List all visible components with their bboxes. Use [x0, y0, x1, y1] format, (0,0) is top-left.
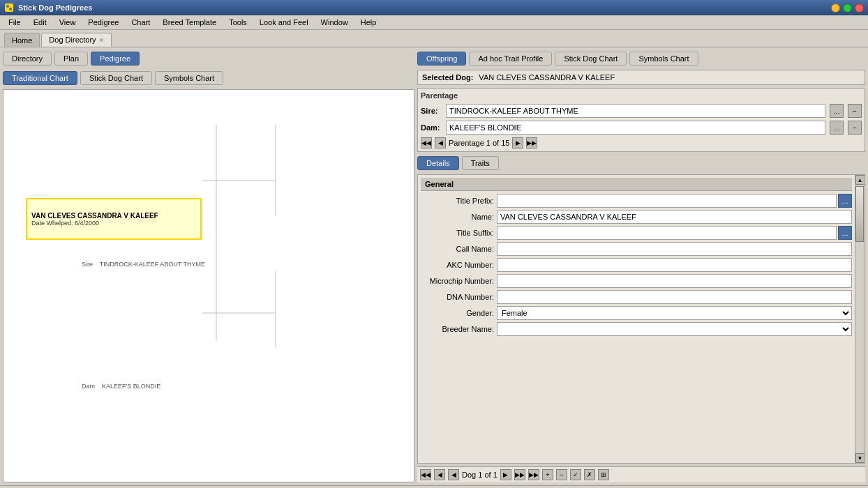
bottom-prev-button[interactable]: ◀	[448, 469, 459, 480]
tab-close-icon[interactable]: ×	[99, 36, 105, 44]
minimize-button[interactable]	[831, 3, 840, 13]
dam-name-text: KALEEF'S BLONDIE	[102, 383, 160, 390]
breeder-row: Breeder Name:	[421, 322, 852, 336]
bottom-first-button[interactable]: ◀◀	[420, 469, 431, 480]
tab-plan[interactable]: Plan	[54, 52, 88, 66]
close-button[interactable]	[855, 3, 864, 13]
dam-minus-button[interactable]: −	[848, 121, 862, 135]
bottom-last-button[interactable]: ▶▶	[528, 469, 539, 480]
right-tab-symbols[interactable]: Symbols Chart	[629, 52, 698, 66]
title-prefix-button[interactable]: …	[838, 194, 852, 208]
menu-edit[interactable]: Edit	[28, 17, 52, 28]
right-tab-adhoc[interactable]: Ad hoc Trait Profile	[469, 52, 552, 66]
dam-field-label: Dam:	[421, 123, 442, 132]
menu-chart[interactable]: Chart	[126, 17, 156, 28]
scrollbar-track	[855, 185, 865, 453]
scroll-up-button[interactable]: ▲	[855, 175, 865, 185]
dam-ellipsis-button[interactable]: …	[830, 121, 844, 135]
tab-pedigree[interactable]: Pedigree	[91, 52, 140, 66]
microchip-label: Microchip Number:	[421, 277, 494, 285]
svg-point-1	[6, 5, 9, 8]
menu-window[interactable]: Window	[315, 17, 354, 28]
menu-pedigree[interactable]: Pedigree	[82, 17, 124, 28]
title-suffix-button[interactable]: …	[838, 226, 852, 240]
title-prefix-label: Title Prefix:	[421, 197, 494, 205]
dna-input[interactable]	[497, 290, 852, 304]
dam-label: Dam KALEEF'S BLONDIE	[82, 383, 160, 390]
sire-label: Sire TINDROCK-KALEEF ABOUT THYME	[82, 261, 205, 268]
bottom-table-button[interactable]: ⊞	[598, 469, 609, 480]
selected-dog-label: Selected Dog:	[422, 73, 473, 82]
parentage-nav-text: Parentage 1 of 15	[449, 139, 509, 147]
call-name-input[interactable]	[497, 242, 852, 256]
bottom-check-button[interactable]: ✓	[570, 469, 581, 480]
breeder-select[interactable]	[497, 322, 852, 336]
pedigree-chart: VAN CLEVES CASSANDRA V KALEEF Date Whelp…	[3, 89, 414, 482]
chart-tab-traditional[interactable]: Traditional Chart	[3, 71, 77, 85]
dam-input[interactable]	[446, 121, 825, 135]
title-suffix-row: Title Suffix: …	[421, 226, 852, 240]
bottom-cancel-button[interactable]: ✗	[584, 469, 595, 480]
menu-tools[interactable]: Tools	[223, 17, 253, 28]
call-name-row: Call Name:	[421, 242, 852, 256]
bottom-add-button[interactable]: +	[542, 469, 553, 480]
tab-home[interactable]: Home	[4, 33, 40, 47]
dna-label: DNA Number:	[421, 293, 494, 301]
menu-breed-template[interactable]: Breed Template	[157, 17, 222, 28]
tab-dog-directory[interactable]: Dog Directory ×	[41, 33, 112, 47]
name-row: Name:	[421, 210, 852, 224]
scroll-down-button[interactable]: ▼	[855, 453, 865, 463]
sire-input[interactable]	[446, 104, 825, 118]
tab-dog-directory-label: Dog Directory	[49, 36, 96, 44]
right-tab-stick-dog[interactable]: Stick Dog Chart	[555, 52, 627, 66]
left-panel: Directory Plan Pedigree Traditional Char…	[3, 50, 414, 482]
bottom-toolbar: ◀◀ ◀ ◀ Dog 1 of 1 ▶ ▶▶ ▶▶ + − ✓ ✗ ⊞	[417, 466, 865, 482]
title-suffix-input[interactable]	[497, 226, 837, 240]
parentage-first-button[interactable]: ◀◀	[421, 137, 432, 148]
menu-look-and-feel[interactable]: Look and Feel	[254, 17, 314, 28]
main-content: Directory Plan Pedigree Traditional Char…	[0, 47, 868, 485]
selected-dog-box[interactable]: VAN CLEVES CASSANDRA V KALEEF Date Whelp…	[26, 198, 202, 240]
detail-tab-bar: Details Traits	[417, 155, 865, 171]
parentage-next-button[interactable]: ▶	[512, 137, 523, 148]
sire-ellipsis-button[interactable]: …	[830, 104, 844, 118]
scrollbar-thumb[interactable]	[855, 186, 864, 242]
detail-tab-details[interactable]: Details	[417, 156, 459, 170]
menu-help[interactable]: Help	[355, 17, 382, 28]
title-suffix-field: …	[497, 226, 852, 240]
parentage-prev-button[interactable]: ◀	[435, 137, 446, 148]
menu-view[interactable]: View	[54, 17, 82, 28]
tab-directory[interactable]: Directory	[3, 52, 52, 66]
akc-number-label: AKC Number:	[421, 261, 494, 269]
dog-count-text: Dog 1 of 1	[462, 471, 497, 479]
bottom-next-button[interactable]: ▶	[500, 469, 511, 480]
bottom-delete-button[interactable]: −	[556, 469, 567, 480]
parentage-last-button[interactable]: ▶▶	[526, 137, 537, 148]
bottom-next-next-button[interactable]: ▶▶	[514, 469, 525, 480]
name-input[interactable]	[497, 210, 852, 224]
gender-select[interactable]: Female Male	[497, 306, 852, 320]
right-tab-offspring[interactable]: Offspring	[417, 52, 466, 66]
akc-number-row: AKC Number:	[421, 258, 852, 272]
sire-name-text: TINDROCK-KALEEF ABOUT THYME	[100, 261, 205, 268]
sub-tab-bar: Directory Plan Pedigree	[3, 50, 414, 67]
akc-number-input[interactable]	[497, 258, 852, 272]
bottom-prev-prev-button[interactable]: ◀	[434, 469, 445, 480]
right-panel: Offspring Ad hoc Trait Profile Stick Dog…	[417, 50, 865, 482]
sire-minus-button[interactable]: −	[848, 104, 862, 118]
gender-row: Gender: Female Male	[421, 306, 852, 320]
sire-row: Sire: … −	[421, 104, 862, 118]
details-form: General Title Prefix: … Name: Title S	[418, 175, 855, 463]
menu-file[interactable]: File	[3, 17, 27, 28]
microchip-input[interactable]	[497, 274, 852, 288]
app-icon	[4, 3, 14, 13]
chart-tab-stick-dog[interactable]: Stick Dog Chart	[80, 71, 152, 85]
detail-tab-traits[interactable]: Traits	[462, 156, 499, 170]
name-label: Name:	[421, 213, 494, 221]
chart-tab-bar: Traditional Chart Stick Dog Chart Symbol…	[3, 70, 414, 86]
maximize-button[interactable]	[843, 3, 852, 13]
title-prefix-row: Title Prefix: …	[421, 194, 852, 208]
menu-bar: File Edit View Pedigree Chart Breed Temp…	[0, 15, 868, 30]
title-prefix-input[interactable]	[497, 194, 837, 208]
chart-tab-symbols[interactable]: Symbols Chart	[155, 71, 223, 85]
